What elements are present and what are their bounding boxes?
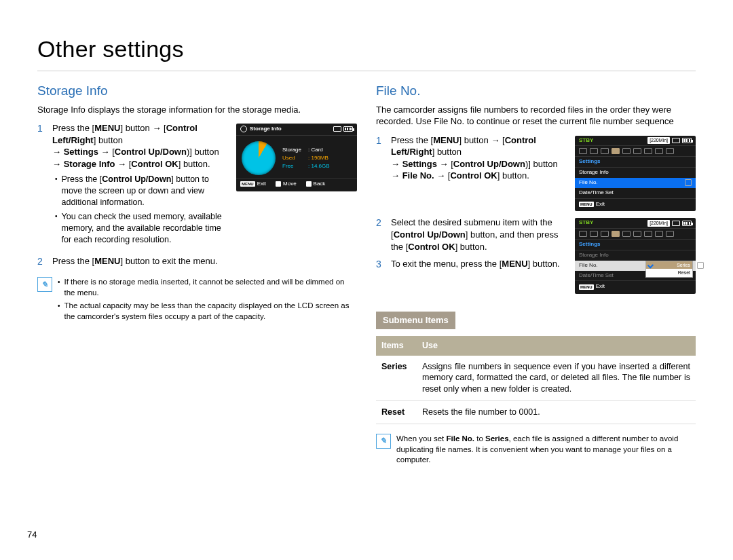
lcd-footer: MENUExit Move Back xyxy=(236,178,357,190)
back-icon xyxy=(306,181,312,187)
fileno-step-1: 1 Press the [MENU] button → [Control Lef… xyxy=(376,134,568,182)
check-icon xyxy=(647,262,654,268)
submenu-items-title: Submenu Items xyxy=(376,312,455,329)
menu-item-fileno: File No. xyxy=(575,178,696,188)
card-icon xyxy=(672,221,680,226)
page-number: 74 xyxy=(27,529,37,541)
battery-icon xyxy=(682,138,692,143)
note-icon: ✎ xyxy=(376,434,391,449)
lcd-storage-info: Storage Info Storage: Card Used: 190MB F… xyxy=(236,124,357,191)
gear-icon xyxy=(240,126,247,132)
menu-badge: MENU xyxy=(579,202,594,207)
lcd-file-no-1: STBY [220Min] Settings Storage Info File… xyxy=(575,136,696,212)
menu-item-storage: Storage Info xyxy=(575,168,696,178)
menu-item-datetime: Date/Time Set xyxy=(575,188,696,198)
menu-item-datetime: Date/Time Set xyxy=(575,271,696,281)
storage-note: ✎ •If there is no storage media inserted… xyxy=(37,277,357,324)
storage-values: Storage: Card Used: 190MB Free: 14.6GB xyxy=(282,146,330,170)
submenu-table: Items Use Series Assigns file numbers in… xyxy=(376,336,696,424)
doc-icon xyxy=(697,262,704,269)
doc-icon xyxy=(685,179,692,186)
stby-label: STBY xyxy=(579,137,593,145)
time-remaining: [220Min] xyxy=(647,220,670,226)
storage-step-1: 1 Press the [MENU] button → [Control Lef… xyxy=(37,122,229,249)
storage-info-heading: Storage Info xyxy=(37,82,357,100)
storage-intro: Storage Info displays the storage inform… xyxy=(37,104,357,116)
tab-icon-strip xyxy=(575,229,696,240)
menu-item-fileno: File No. Series Reset xyxy=(575,261,696,271)
time-remaining: [220Min] xyxy=(647,137,670,143)
fileno-step-2: 2 Select the desired submenu item with t… xyxy=(376,217,568,253)
storage-pie-chart xyxy=(242,141,276,175)
lcd-file-no-2: STBY [220Min] Settings Storage Info File… xyxy=(575,218,696,294)
battery-icon xyxy=(343,126,353,132)
menu-badge: MENU xyxy=(579,284,594,290)
tab-icon-strip xyxy=(575,146,696,157)
card-icon xyxy=(333,126,341,132)
menu-header: Settings xyxy=(575,157,696,168)
battery-icon xyxy=(682,221,692,226)
fileno-intro: The camcorder assigns file numbers to re… xyxy=(376,104,696,128)
page-title: Other settings xyxy=(37,34,696,71)
table-header-use: Use xyxy=(417,336,696,356)
storage-step-2: 2 Press the [MENU] button to exit the me… xyxy=(37,255,357,268)
menu-item-storage: Storage Info xyxy=(575,250,696,261)
table-header-items: Items xyxy=(376,336,417,356)
fileno-note: ✎ When you set File No. to Series, each … xyxy=(376,434,696,466)
note-icon: ✎ xyxy=(37,277,52,292)
menu-header: Settings xyxy=(575,240,696,250)
table-row: Series Assigns file numbers in sequence … xyxy=(376,356,696,401)
move-icon xyxy=(276,181,281,187)
stby-label: STBY xyxy=(579,219,593,227)
fileno-step-3: 3 To exit the menu, press the [MENU] but… xyxy=(376,258,568,271)
file-no-heading: File No. xyxy=(376,82,696,100)
table-row: Reset Resets the file number to 0001. xyxy=(376,401,696,424)
menu-badge: MENU xyxy=(240,181,255,187)
lcd-title: Storage Info xyxy=(250,126,282,133)
card-icon xyxy=(672,138,680,143)
